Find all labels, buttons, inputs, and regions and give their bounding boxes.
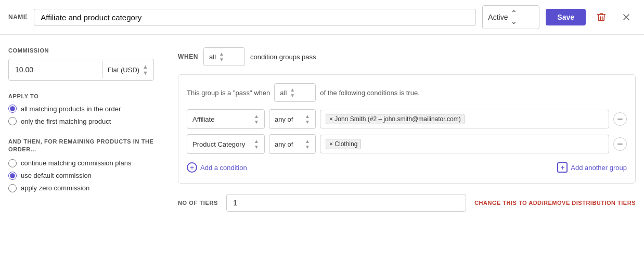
apply-to-first-label: only the first matching product: [21, 118, 111, 125]
add-condition-plus-icon: +: [187, 162, 197, 173]
when-row: WHEN all ▲▼ condition groups pass: [178, 47, 636, 66]
condition-row-affiliate: Affiliate ▲▼ any of ▲▼ × John Smith (#2 …: [187, 109, 627, 129]
category-op-chevron: ▲▼: [305, 138, 310, 150]
apply-zero-radio[interactable]: [8, 184, 17, 192]
when-value-select[interactable]: all ▲▼: [203, 47, 245, 66]
category-field-select[interactable]: Product Category ▲▼: [187, 134, 265, 154]
when-chevron-icon: ▲▼: [219, 51, 224, 62]
pass-chevron-icon: ▲▼: [290, 87, 295, 98]
apply-to-all-option[interactable]: all matching products in the order: [8, 105, 154, 113]
apply-zero-label: apply zero commission: [21, 184, 89, 192]
tiers-row: NO OF TIERS CHANGE THIS TO ADD/REMOVE DI…: [178, 194, 636, 212]
commission-title: COMMISSION: [8, 47, 154, 54]
apply-zero-option[interactable]: apply zero commission: [8, 184, 154, 192]
apply-to-radio-group: all matching products in the order only …: [8, 105, 154, 125]
when-value: all: [209, 53, 216, 61]
condition-row-category: Product Category ▲▼ any of ▲▼ × Clothing: [187, 134, 627, 154]
condition-groups-text: condition groups pass: [250, 53, 316, 61]
add-group-button[interactable]: + Add another group: [557, 160, 627, 175]
group-pass-row: This group is a "pass" when all ▲▼ of th…: [187, 83, 627, 102]
affiliate-operator-select[interactable]: any of ▲▼: [269, 109, 316, 129]
pass-text-post: of the following conditions is true.: [320, 89, 420, 97]
continue-matching-label: continue matching commission plans: [21, 159, 131, 167]
right-panel: WHEN all ▲▼ condition groups pass This g…: [170, 47, 636, 212]
continue-matching-option[interactable]: continue matching commission plans: [8, 159, 154, 167]
add-condition-label: Add a condition: [200, 164, 247, 172]
header-bar: NAME Active ⌃⌄ Save: [0, 0, 644, 35]
name-label: NAME: [8, 14, 28, 21]
affiliate-op-chevron: ▲▼: [305, 113, 310, 125]
use-default-option[interactable]: use default commission: [8, 172, 154, 180]
use-default-label: use default commission: [21, 172, 92, 179]
commission-row: 10.00 Flat (USD) ▲▼: [8, 59, 154, 81]
affiliate-value-input[interactable]: × John Smith (#2 – john.smith@mailinator…: [320, 110, 609, 128]
tiers-input[interactable]: [226, 194, 466, 212]
apply-to-first-option[interactable]: only the first matching product: [8, 117, 154, 125]
apply-to-first-radio[interactable]: [8, 117, 17, 125]
apply-to-all-radio[interactable]: [8, 105, 17, 113]
affiliate-tag: × John Smith (#2 – john.smith@mailinator…: [326, 114, 465, 124]
close-button[interactable]: [617, 10, 636, 24]
affiliate-field-select[interactable]: Affiliate ▲▼: [187, 109, 265, 129]
commission-chevron-icon: ▲▼: [143, 63, 148, 76]
apply-to-title: APPLY TO: [8, 93, 154, 99]
use-default-radio[interactable]: [8, 172, 17, 180]
close-icon: [621, 12, 632, 22]
condition-group: This group is a "pass" when all ▲▼ of th…: [178, 74, 636, 184]
category-operator-select[interactable]: any of ▲▼: [269, 134, 316, 154]
affiliate-tag-text: × John Smith (#2 – john.smith@mailinator…: [329, 115, 461, 123]
add-group-label: Add another group: [571, 164, 627, 172]
affiliate-field-chevron: ▲▼: [254, 113, 259, 125]
commission-type-select[interactable]: Flat (USD) ▲▼: [102, 59, 153, 80]
when-label: WHEN: [178, 53, 198, 60]
pass-text-pre: This group is a "pass" when: [187, 89, 270, 97]
commission-value: 10.00: [9, 61, 102, 78]
delete-button[interactable]: [592, 10, 611, 24]
and-then-section: AND THEN, FOR REMAINING PRODUCTS IN THE …: [8, 138, 154, 192]
category-tag: × Clothing: [326, 139, 361, 149]
status-value: Active: [488, 13, 508, 21]
affiliate-operator-label: any of: [275, 115, 293, 123]
save-button[interactable]: Save: [546, 9, 586, 25]
category-operator-label: any of: [275, 140, 293, 148]
change-tiers-link[interactable]: CHANGE THIS TO ADD/REMOVE DISTRIBUTION T…: [474, 200, 636, 206]
pass-value: all: [280, 89, 287, 97]
affiliate-field-label: Affiliate: [192, 115, 214, 123]
category-field-label: Product Category: [192, 140, 245, 148]
chevron-icon: ⌃⌄: [511, 9, 517, 25]
minus-icon-2: [616, 140, 624, 148]
commission-type-label: Flat (USD): [108, 66, 139, 74]
and-then-radio-group: continue matching commission plans use d…: [8, 159, 154, 192]
category-field-chevron: ▲▼: [254, 138, 259, 150]
status-select[interactable]: Active ⌃⌄: [482, 5, 539, 29]
category-value-input[interactable]: × Clothing: [320, 135, 609, 153]
name-input[interactable]: [34, 9, 476, 26]
apply-to-all-label: all matching products in the order: [21, 105, 121, 113]
continue-matching-radio[interactable]: [8, 159, 17, 167]
pass-value-select[interactable]: all ▲▼: [274, 83, 316, 102]
add-group-plus-icon: +: [557, 162, 568, 173]
minus-icon: [616, 115, 624, 123]
remove-affiliate-button[interactable]: [613, 112, 627, 126]
trash-icon: [596, 12, 607, 22]
group-actions-row: + Add a condition + Add another group: [187, 160, 627, 175]
apply-to-section: APPLY TO all matching products in the or…: [8, 93, 154, 125]
and-then-title: AND THEN, FOR REMAINING PRODUCTS IN THE …: [8, 138, 154, 154]
add-condition-button[interactable]: + Add a condition: [187, 160, 247, 175]
tiers-label: NO OF TIERS: [178, 200, 218, 206]
left-panel: COMMISSION 10.00 Flat (USD) ▲▼ APPLY TO …: [8, 47, 170, 212]
main-content: COMMISSION 10.00 Flat (USD) ▲▼ APPLY TO …: [0, 35, 644, 224]
category-tag-text: × Clothing: [329, 140, 357, 148]
remove-category-button[interactable]: [613, 137, 627, 151]
